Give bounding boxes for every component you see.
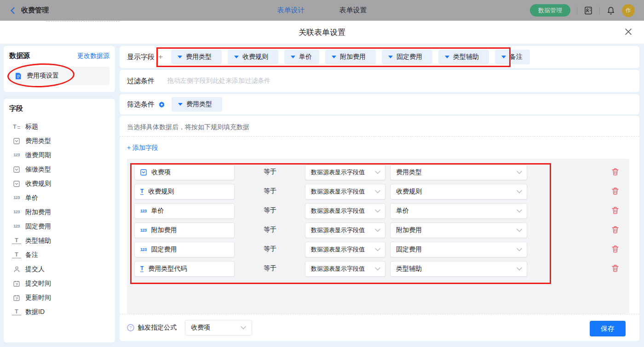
rule-target-field[interactable]: 123附加费用 bbox=[134, 222, 235, 238]
tab-form-settings[interactable]: 表单设置 bbox=[339, 6, 367, 15]
text-field-icon: T bbox=[12, 309, 21, 315]
rule-operator: 等于 bbox=[264, 226, 276, 234]
trigger-formula-label: 触发指定公式 bbox=[138, 324, 177, 332]
number-field-icon: 123 bbox=[12, 224, 21, 228]
delete-rule-trash-icon[interactable] bbox=[612, 188, 619, 195]
field-list-item[interactable]: 123单价 bbox=[9, 191, 109, 205]
display-field-chip[interactable]: 备注 bbox=[495, 50, 530, 64]
number-field-icon: 123 bbox=[12, 210, 21, 214]
display-field-chip[interactable]: 费用类型 bbox=[171, 50, 222, 64]
field-list-item[interactable]: 123附加费用 bbox=[9, 205, 109, 219]
field-list-item[interactable]: 催缴类型 bbox=[9, 162, 109, 176]
field-list-item[interactable]: T数据ID bbox=[9, 305, 109, 319]
rule-source-select[interactable]: 数据源表显示字段值 bbox=[305, 184, 385, 199]
number-field-icon: 123 bbox=[140, 228, 147, 233]
rules-info-text: 当选择具体数据后，将按如下规则填充数据 bbox=[127, 123, 249, 131]
field-list-item[interactable]: 123缴费周期 bbox=[9, 148, 109, 162]
field-list-item[interactable]: T类型辅助 bbox=[9, 233, 109, 248]
rule-target-field[interactable]: 收费项 bbox=[134, 165, 235, 180]
delete-rule-trash-icon[interactable] bbox=[612, 168, 619, 176]
chevron-down-icon bbox=[501, 56, 506, 58]
display-field-chip[interactable]: 单价 bbox=[284, 50, 319, 64]
rule-value-select[interactable]: 费用类型 bbox=[390, 165, 527, 180]
sift-label: 筛选条件 bbox=[127, 100, 155, 109]
datasource-item[interactable]: 费用项设置 bbox=[9, 67, 109, 85]
select-field-icon bbox=[140, 169, 147, 176]
chevron-down-icon bbox=[332, 56, 336, 58]
rule-source-select[interactable]: 数据源表显示字段值 bbox=[305, 165, 385, 180]
avatar[interactable]: 作 bbox=[622, 4, 635, 17]
display-field-chip[interactable]: 收费规则 bbox=[228, 50, 278, 64]
chevron-down-icon bbox=[388, 56, 393, 58]
select-field-icon bbox=[12, 181, 21, 187]
datasource-panel: 数据源 更改数据源 费用项设置 bbox=[4, 46, 115, 92]
rule-operator: 等于 bbox=[264, 187, 276, 195]
add-display-field-button[interactable]: + bbox=[158, 52, 163, 62]
rule-source-select[interactable]: 数据源表显示字段值 bbox=[305, 242, 385, 257]
field-list-item[interactable]: 更新时间 bbox=[9, 290, 109, 305]
select-field-icon bbox=[12, 138, 21, 144]
rule-row: 收费项等于数据源表显示字段值费用类型 bbox=[127, 165, 629, 180]
rule-target-field[interactable]: T收费规则 bbox=[134, 184, 235, 199]
rule-operator: 等于 bbox=[264, 168, 276, 176]
rule-source-select[interactable]: 数据源表显示字段值 bbox=[305, 222, 385, 238]
rule-target-field[interactable]: 123固定费用 bbox=[134, 242, 235, 257]
chevron-down-icon bbox=[291, 56, 295, 58]
title-field-icon: T bbox=[12, 124, 21, 130]
trigger-formula-select[interactable]: 收费项 bbox=[185, 320, 252, 336]
rule-value-select[interactable]: 固定费用 bbox=[390, 242, 527, 257]
data-manage-button[interactable]: 数据管理 bbox=[530, 4, 570, 17]
field-list-item[interactable]: T标题 bbox=[9, 119, 109, 134]
rule-source-select[interactable]: 数据源表显示字段值 bbox=[305, 261, 385, 277]
divider bbox=[599, 7, 600, 14]
calendar-field-icon bbox=[12, 295, 21, 301]
field-list-item[interactable]: 提交时间 bbox=[9, 276, 109, 290]
field-list-item[interactable]: 费用类型 bbox=[9, 134, 109, 148]
back-icon[interactable] bbox=[9, 7, 17, 14]
field-list-item[interactable]: T备注 bbox=[9, 248, 109, 262]
delete-rule-trash-icon[interactable] bbox=[612, 265, 619, 272]
svg-text:?: ? bbox=[129, 325, 132, 330]
filter-dropzone[interactable]: 拖动左侧字段到此处来添加过滤条件 bbox=[167, 77, 270, 85]
rule-target-field[interactable]: 123单价 bbox=[134, 203, 235, 219]
number-field-icon: 123 bbox=[140, 248, 147, 252]
display-field-chip[interactable]: 类型辅助 bbox=[438, 50, 489, 64]
display-field-chip[interactable]: 附加费用 bbox=[325, 50, 376, 64]
tab-form-design[interactable]: 表单设计 bbox=[277, 6, 305, 15]
display-fields-label: 显示字段 bbox=[127, 53, 155, 62]
divider bbox=[577, 7, 577, 14]
select-field-icon bbox=[12, 166, 21, 173]
save-button[interactable]: 保存 bbox=[590, 321, 626, 336]
field-list-item[interactable]: 提交人 bbox=[9, 262, 109, 276]
display-field-chip[interactable]: 固定费用 bbox=[382, 50, 432, 64]
rule-value-select[interactable]: 单价 bbox=[390, 203, 527, 219]
rule-row: 123固定费用等于数据源表显示字段值固定费用 bbox=[127, 242, 629, 257]
delete-rule-trash-icon[interactable] bbox=[612, 245, 619, 253]
delete-rule-trash-icon[interactable] bbox=[612, 207, 619, 214]
add-field-link[interactable]: + 添加字段 bbox=[127, 144, 158, 152]
notification-bell-icon[interactable] bbox=[606, 6, 615, 15]
sift-chip[interactable]: 费用类型 bbox=[172, 97, 222, 112]
number-field-icon: 123 bbox=[140, 209, 147, 213]
field-list-item[interactable]: 123固定费用 bbox=[9, 219, 109, 233]
contacts-icon[interactable] bbox=[584, 6, 593, 15]
rule-value-select[interactable]: 收费规则 bbox=[390, 184, 527, 199]
rule-row: T费用类型代码等于数据源表显示字段值类型辅助 bbox=[127, 261, 629, 277]
rule-row: 123附加费用等于数据源表显示字段值附加费用 bbox=[127, 222, 629, 238]
close-icon[interactable] bbox=[625, 28, 632, 35]
delete-rule-trash-icon[interactable] bbox=[612, 226, 619, 233]
text-field-icon: T bbox=[12, 252, 21, 258]
change-datasource-link[interactable]: 更改数据源 bbox=[77, 52, 109, 60]
rule-source-select[interactable]: 数据源表显示字段值 bbox=[305, 203, 385, 219]
rule-target-field[interactable]: T费用类型代码 bbox=[134, 261, 235, 277]
gear-icon[interactable] bbox=[158, 101, 165, 108]
chevron-down-icon bbox=[445, 56, 449, 58]
app-title[interactable]: 收费管理 bbox=[21, 6, 49, 15]
rule-row: 123单价等于数据源表显示字段值单价 bbox=[127, 203, 629, 219]
rule-value-select[interactable]: 类型辅助 bbox=[390, 261, 527, 277]
help-question-icon[interactable]: ? bbox=[127, 324, 134, 331]
field-list-item[interactable]: 收费规则 bbox=[9, 176, 109, 191]
rule-value-select[interactable]: 附加费用 bbox=[390, 222, 527, 238]
fields-panel: 字段 T标题费用类型123缴费周期催缴类型收费规则123单价123附加费用123… bbox=[4, 99, 115, 342]
fill-rules-panel: 当选择具体数据后，将按如下规则填充数据 + 添加字段 收费项等于数据源表显示字段… bbox=[120, 116, 639, 341]
